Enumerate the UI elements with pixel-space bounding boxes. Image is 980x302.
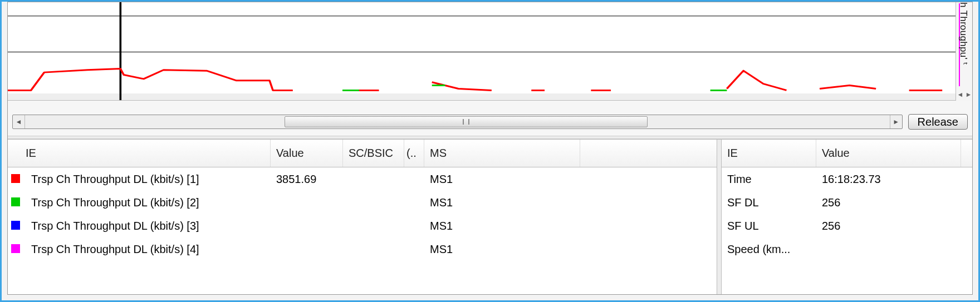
svg-rect-2 [8,93,955,100]
cell-ie: Time [722,173,816,186]
mini-scroll: ◄ ► [956,88,973,101]
tables-area: IE Value SC/BSIC (.. MS Trsp Ch Throughp… [8,139,972,294]
table-row[interactable]: Trsp Ch Throughput DL (kbit/s) [4]MS1 [8,237,717,261]
col-ie[interactable]: IE [8,140,271,167]
scroll-thumb[interactable] [285,116,648,127]
info-table-body: Time16:18:23.73SF DL256SF UL256Speed (km… [722,167,972,294]
series-swatch [8,173,26,186]
series-table: IE Value SC/BSIC (.. MS Trsp Ch Throughp… [8,140,717,294]
scroll-left-arrow[interactable]: ◄ [13,115,25,128]
scroll-right-arrow[interactable]: ► [890,115,902,128]
splitter-vertical[interactable] [717,140,722,294]
cell-ms: MS1 [424,196,580,209]
cell-ms: MS1 [424,243,580,256]
cell-value: 256 [816,196,961,209]
release-button[interactable]: Release [908,114,968,130]
series-swatch [8,196,26,209]
cell-ie: SF DL [722,196,816,209]
cell-ie: Trsp Ch Throughput DL (kbit/s) [3] [26,220,271,232]
cell-value: 256 [816,220,961,232]
horizontal-scrollbar[interactable]: ◄ ► [12,115,903,129]
cell-value: 3851.69 [271,173,343,186]
cell-ie: SF UL [722,220,816,232]
info-table: IE Value Time16:18:23.73SF DL256SF UL256… [722,140,972,294]
table-row[interactable]: SF DL256 [722,191,972,214]
cell-ie: Trsp Ch Throughput DL (kbit/s) [2] [26,196,271,209]
panel-frame: h Throughpu' ᵗ ◄ ► ◄ ► Release IE [7,2,973,295]
col-value[interactable]: Value [271,140,343,167]
cell-ie: Speed (km... [722,243,816,256]
col-ms[interactable]: MS [424,140,580,167]
chart-axis-label: h Throughpu' ᵗ [958,2,969,80]
chart-side-axis: h Throughpu' ᵗ ◄ ► [955,2,972,101]
table-row[interactable]: Speed (km... [722,237,972,261]
col-ie[interactable]: IE [722,140,816,167]
table-row[interactable]: Trsp Ch Throughput DL (kbit/s) [2]MS1 [8,191,717,214]
table-row[interactable]: Trsp Ch Throughput DL (kbit/s) [1]3851.6… [8,167,717,191]
series-table-body: Trsp Ch Throughput DL (kbit/s) [1]3851.6… [8,167,717,294]
series-table-header[interactable]: IE Value SC/BSIC (.. MS [8,140,717,167]
series-swatch [8,220,26,232]
cell-ms: MS1 [424,220,580,232]
col-value[interactable]: Value [816,140,961,167]
scroll-track[interactable] [25,115,890,128]
series-swatch [8,243,26,256]
table-row[interactable]: SF UL256 [722,214,972,237]
cell-ie: Trsp Ch Throughput DL (kbit/s) [4] [26,243,271,256]
cell-ie: Trsp Ch Throughput DL (kbit/s) [1] [26,173,271,186]
mid-toolbar: ◄ ► Release [12,113,968,130]
col-sc-bsic[interactable]: SC/BSIC [343,140,404,167]
col-paren[interactable]: (.. [404,140,424,167]
cell-ms: MS1 [424,173,580,186]
chart-panel[interactable] [8,2,955,101]
table-row[interactable]: Time16:18:23.73 [722,167,972,191]
cell-value: 16:18:23.73 [816,173,961,186]
throughput-chart [8,2,955,100]
mini-scroll-right[interactable]: ► [964,88,973,101]
mini-scroll-left[interactable]: ◄ [956,88,964,101]
info-table-header[interactable]: IE Value [722,140,972,167]
table-row[interactable]: Trsp Ch Throughput DL (kbit/s) [3]MS1 [8,214,717,237]
app-window: h Throughpu' ᵗ ◄ ► ◄ ► Release IE [0,0,980,302]
